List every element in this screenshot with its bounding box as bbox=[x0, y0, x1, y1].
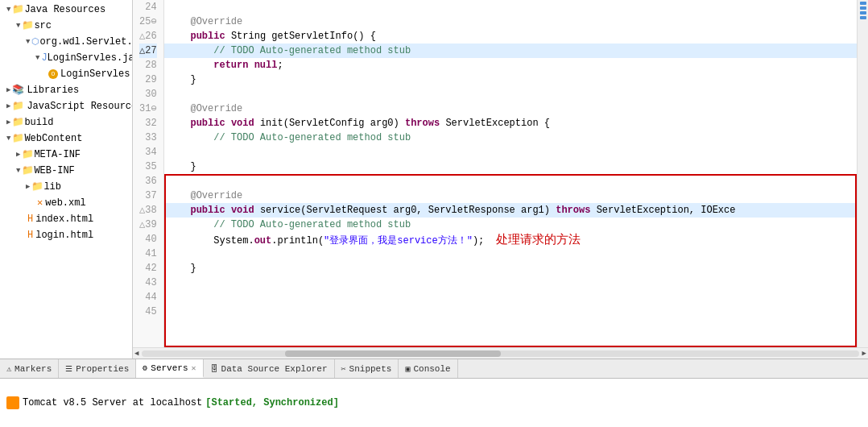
sidebar-label: LoginServles.java bbox=[48, 51, 133, 65]
folder-icon: 📁 bbox=[12, 131, 24, 146]
code-line bbox=[164, 247, 857, 261]
tab-console[interactable]: ▣ Console bbox=[399, 359, 457, 378]
tab-data-source-explorer[interactable]: 🗄 Data Source Explorer bbox=[204, 359, 335, 378]
scrollbar-right[interactable] bbox=[857, 0, 868, 347]
tab-label: Console bbox=[413, 364, 450, 374]
folder-icon: 📁 bbox=[22, 19, 34, 33]
code-line: // TODO Auto-generated method stub bbox=[164, 218, 857, 232]
code-line bbox=[164, 145, 857, 160]
code-line: public void init(ServletConfig arg0) thr… bbox=[164, 116, 857, 131]
sidebar-label: META-INF bbox=[34, 147, 81, 162]
code-line: public String getServletInfo() { bbox=[164, 29, 857, 44]
sidebar-item-web-inf[interactable]: ▼ 📁 WEB-INF bbox=[0, 163, 132, 179]
tab-snippets[interactable]: ✂ Snippets bbox=[335, 359, 399, 378]
server-name: Tomcat v8.5 Server at localhost bbox=[23, 397, 202, 408]
xml-icon: ✕ bbox=[37, 196, 43, 210]
tab-label: Markers bbox=[14, 364, 52, 374]
data-source-icon: 🗄 bbox=[210, 364, 218, 374]
sidebar-label: Java Resources bbox=[24, 2, 105, 17]
scroll-marker bbox=[860, 6, 866, 10]
tab-label: Snippets bbox=[349, 364, 392, 374]
sidebar-label: Libraries bbox=[27, 83, 79, 97]
console-icon: ▣ bbox=[405, 364, 410, 374]
code-container[interactable]: 24 25⊖ △26 △27 28 29 30 31⊖ 32 33 34 35 … bbox=[133, 0, 868, 347]
properties-icon: ☰ bbox=[65, 364, 72, 374]
expand-arrow: ▼ bbox=[16, 19, 20, 33]
horizontal-scrollbar[interactable]: ◀ ▶ bbox=[133, 347, 868, 359]
tab-label: Properties bbox=[76, 364, 129, 374]
tab-label: Servers bbox=[151, 363, 188, 373]
code-line: System.out.println("登录界面，我是service方法！");… bbox=[164, 232, 857, 247]
sidebar-item-meta-inf[interactable]: ▶ 📁 META-INF bbox=[0, 147, 132, 163]
class-icon: O bbox=[48, 69, 58, 79]
snippets-icon: ✂ bbox=[341, 364, 346, 374]
code-line: @Override bbox=[164, 102, 857, 116]
expand-arrow: ▼ bbox=[16, 164, 20, 178]
scroll-thumb[interactable] bbox=[285, 350, 500, 357]
sidebar-item-src[interactable]: ▼ 📁 src bbox=[0, 18, 132, 34]
expand-arrow: ▶ bbox=[26, 180, 30, 194]
code-line bbox=[164, 0, 857, 15]
sidebar-label: src bbox=[34, 19, 52, 33]
tab-markers[interactable]: ⚠ Markers bbox=[0, 359, 59, 378]
scroll-marker bbox=[860, 2, 866, 5]
code-line: // TODO Auto-generated method stub bbox=[164, 131, 857, 145]
expand-arrow: ▼ bbox=[6, 2, 10, 17]
expand-arrow: ▼ bbox=[35, 51, 39, 65]
code-line bbox=[164, 305, 857, 319]
sidebar-item-login-html[interactable]: H login.html bbox=[0, 227, 132, 243]
sidebar-label: index.html bbox=[35, 212, 93, 226]
sidebar-label: web.xml bbox=[45, 196, 85, 210]
expand-arrow: ▶ bbox=[6, 115, 10, 130]
sidebar-item-build[interactable]: ▶ 📁 build bbox=[0, 114, 132, 131]
package-icon: ⬡ bbox=[31, 35, 39, 49]
folder-icon: 📁 bbox=[12, 115, 24, 130]
sidebar-item-lib[interactable]: ▶ 📁 lib bbox=[0, 179, 132, 195]
sidebar-item-web-xml[interactable]: ✕ web.xml bbox=[0, 195, 132, 211]
scroll-left-arrow[interactable]: ◀ bbox=[134, 349, 138, 358]
code-line bbox=[164, 87, 857, 102]
tomcat-icon bbox=[6, 396, 19, 409]
js-icon: 📁 bbox=[12, 99, 24, 114]
close-icon[interactable]: ✕ bbox=[192, 363, 196, 373]
expand-arrow: ▶ bbox=[6, 99, 10, 114]
scroll-track[interactable] bbox=[142, 350, 858, 357]
sidebar-item-js-resources[interactable]: ▶ 📁 JavaScript Resources bbox=[0, 98, 132, 114]
sidebar[interactable]: ▼ 📁 Java Resources ▼ 📁 src ▼ ⬡ org.wdl.S… bbox=[0, 0, 133, 359]
scroll-right-arrow[interactable]: ▶ bbox=[862, 349, 866, 358]
server-row: Tomcat v8.5 Server at localhost [Started… bbox=[6, 396, 339, 409]
sidebar-item-login-servles[interactable]: O LoginServles bbox=[0, 66, 132, 82]
sidebar-label: WEB-INF bbox=[34, 164, 74, 178]
panel-content: Tomcat v8.5 Server at localhost [Started… bbox=[0, 379, 868, 427]
tab-bar: ⚠ Markers ☰ Properties ⚙ Servers ✕ 🗄 Dat… bbox=[0, 359, 868, 379]
code-content[interactable]: @Override public String getServletInfo()… bbox=[164, 0, 857, 347]
folder-icon: 📁 bbox=[31, 180, 43, 194]
code-line bbox=[164, 276, 857, 290]
sidebar-label: org.wdl.Servlet.ser bbox=[39, 35, 133, 49]
sidebar-item-login-servles-java[interactable]: ▼ J LoginServles.java bbox=[0, 50, 132, 66]
code-line: } bbox=[164, 73, 857, 87]
code-line bbox=[164, 174, 857, 189]
html-icon: H bbox=[27, 212, 33, 226]
sidebar-item-libraries[interactable]: ▶ 📚 Libraries bbox=[0, 82, 132, 98]
code-line bbox=[164, 290, 857, 305]
code-line: } bbox=[164, 261, 857, 276]
code-line: // TODO Auto-generated method stub bbox=[164, 44, 857, 58]
code-line: return null; bbox=[164, 58, 857, 73]
sidebar-label: login.html bbox=[35, 228, 93, 243]
tab-servers[interactable]: ⚙ Servers ✕ bbox=[136, 359, 203, 378]
code-line: @Override bbox=[164, 189, 857, 203]
main-area: ▼ 📁 Java Resources ▼ 📁 src ▼ ⬡ org.wdl.S… bbox=[0, 0, 868, 359]
servers-icon: ⚙ bbox=[143, 363, 147, 373]
code-line: } bbox=[164, 160, 857, 174]
markers-icon: ⚠ bbox=[6, 364, 11, 374]
folder-icon: 📁 bbox=[22, 164, 34, 178]
java-file-icon: J bbox=[41, 51, 47, 65]
scroll-marker bbox=[860, 16, 866, 19]
tab-properties[interactable]: ☰ Properties bbox=[59, 359, 136, 378]
sidebar-item-webcontent[interactable]: ▼ 📁 WebContent bbox=[0, 131, 132, 147]
sidebar-item-org-wdl[interactable]: ▼ ⬡ org.wdl.Servlet.ser bbox=[0, 34, 132, 50]
sidebar-label: JavaScript Resources bbox=[27, 99, 133, 114]
sidebar-item-java-resources[interactable]: ▼ 📁 Java Resources bbox=[0, 2, 132, 18]
sidebar-item-index-html[interactable]: H index.html bbox=[0, 211, 132, 227]
